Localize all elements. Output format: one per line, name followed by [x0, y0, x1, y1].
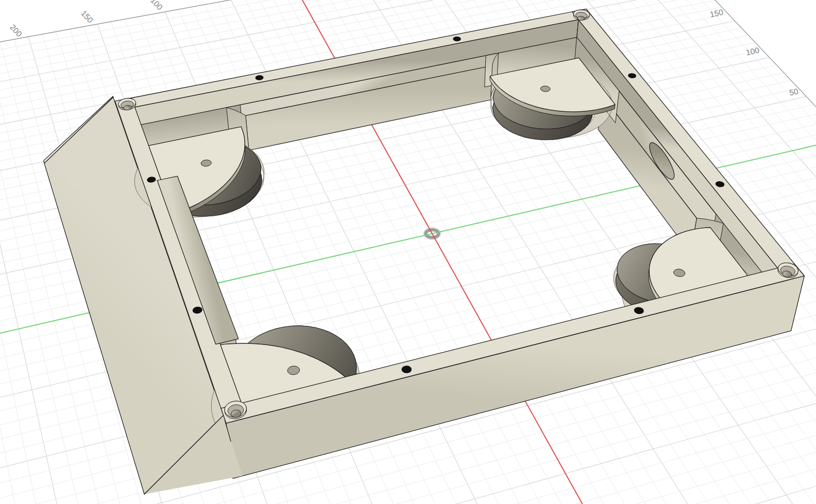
svg-text:150: 150 [79, 9, 95, 25]
svg-text:100: 100 [149, 0, 164, 12]
svg-text:200: 200 [8, 23, 24, 39]
svg-text:50: 50 [789, 86, 800, 97]
svg-text:100: 100 [745, 46, 760, 57]
